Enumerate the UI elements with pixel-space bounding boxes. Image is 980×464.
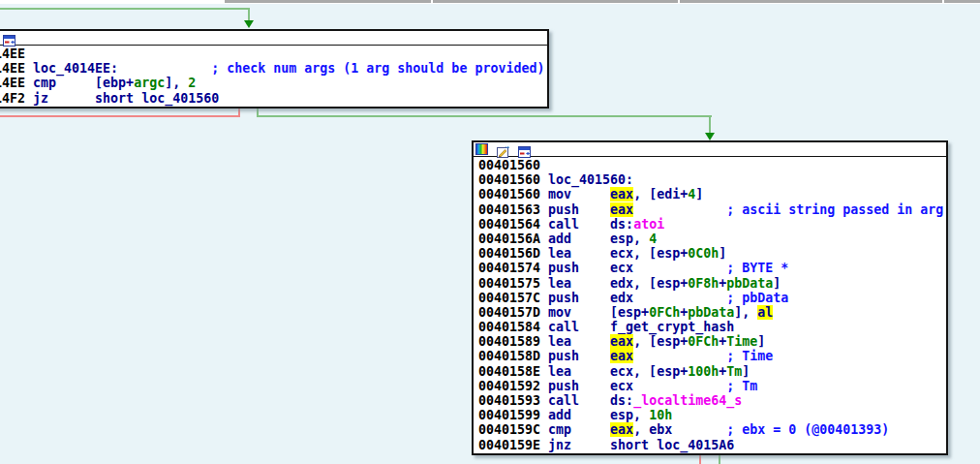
asm-line: 0040157D mov [esp+0FCh+pbData], al [478, 305, 946, 320]
asm-token [633, 379, 726, 393]
asm-token: 0040159C [478, 422, 540, 437]
asm-line: 00401560 [478, 158, 946, 172]
asm-token: 004014EE [0, 46, 25, 61]
asm-line: 00401589 lea eax, [esp+0FCh+Time] [478, 334, 946, 349]
asm-token: ; ebx = 0 (@00401393) [726, 422, 889, 437]
asm-line: 004014EE [0, 46, 547, 61]
edge-node1-red-h [0, 115, 240, 117]
asm-token: push ecx [540, 379, 633, 393]
asm-token: ; Time [726, 349, 773, 363]
edit-node-icon[interactable] [497, 143, 509, 155]
edge-node2-red-v [699, 455, 701, 464]
asm-token: 0040157D [478, 305, 540, 320]
highlighted-register: al [757, 305, 773, 320]
highlighted-register: eax [610, 349, 633, 363]
ida-graph-view: { "app": {"view": "disassembly-graph"}, … [0, 0, 980, 464]
node-code: 0040156000401560 loc_401560:00401560 mov… [474, 157, 946, 453]
asm-token [633, 261, 726, 275]
asm-token: cmp [ebp+ [25, 76, 134, 90]
asm-line: 0040158E lea ecx, [esp+100h+Tm] [478, 364, 946, 379]
asm-token: mov [esp+ [540, 305, 649, 320]
top-pane-edge [0, 0, 980, 4]
asm-token: pbData [726, 276, 773, 291]
asm-token: 00401575 [478, 276, 540, 291]
pane-edge-segment [225, 0, 980, 3]
asm-token: push ecx [540, 261, 633, 275]
asm-token: 004014EE [0, 76, 25, 90]
asm-token: 00401599 [478, 408, 540, 422]
asm-token: Tm [726, 364, 742, 379]
asm-token: + [719, 364, 726, 379]
asm-line: 004014F2 jz short loc_401560 [0, 91, 547, 106]
asm-token: 00401592 [478, 379, 540, 393]
asm-line: 0040159C cmp eax, ebx ; ebx = 0 (@004013… [478, 422, 946, 437]
asm-token: lea ecx, [esp+ [540, 364, 688, 379]
asm-token [118, 61, 211, 76]
asm-token: 0F8h [688, 276, 719, 291]
asm-token: call ds: [540, 393, 633, 408]
asm-token: 0FCh [649, 305, 680, 320]
graph-node-loc_401560[interactable]: 0040156000401560 loc_401560:00401560 mov… [472, 140, 948, 455]
asm-token: Time [726, 334, 757, 349]
asm-token: 00401574 [478, 261, 540, 275]
asm-token: jnz short loc_4015A6 [540, 438, 734, 452]
asm-token: argc [134, 76, 165, 90]
asm-token: mov [540, 187, 610, 201]
asm-line: 0040159E jnz short loc_4015A6 [478, 438, 946, 452]
asm-token: 0040158D [478, 349, 540, 363]
asm-token: ] [742, 364, 750, 379]
asm-token: 00401593 [478, 393, 540, 408]
asm-line: 0040157C push edx ; pbData [478, 291, 946, 305]
asm-token: push [540, 349, 610, 363]
asm-token: call ds: [540, 217, 633, 232]
asm-token: 004014F2 [0, 91, 25, 106]
asm-line: 004014EE loc_4014EE: ; check num args (1… [0, 61, 547, 76]
asm-line: 0040156D lea ecx, [esp+0C0h] [478, 246, 946, 261]
asm-token: cmp [540, 422, 610, 437]
graph-node-loc_4014EE[interactable]: 004014EE004014EE loc_4014EE: ; check num… [0, 29, 549, 108]
asm-token: 0FCh [688, 334, 719, 349]
asm-token: loc_401560: [540, 172, 633, 187]
asm-token [672, 422, 726, 437]
asm-token: ], [165, 76, 188, 90]
edge-node1-green-h [257, 115, 712, 117]
asm-token: ; check num args (1 arg should be provid… [211, 61, 544, 76]
edge-arrow-into-node1 [244, 20, 254, 28]
asm-token: 004014EE [0, 61, 25, 76]
edge-node2-green-v [719, 455, 720, 464]
asm-token: , ebx [633, 422, 672, 437]
asm-token: 00401560 [478, 158, 540, 172]
asm-token: 00401589 [478, 334, 540, 349]
highlighted-register: eax [610, 334, 633, 349]
asm-token: 0040157C [478, 291, 540, 305]
highlighted-register: eax [610, 422, 633, 437]
asm-line: 00401584 call f_get_crypt_hash [478, 320, 946, 334]
asm-token [633, 202, 726, 217]
asm-token: 100h [688, 364, 719, 379]
asm-line: 00401593 call ds:_localtime64_s [478, 393, 946, 408]
asm-token: lea edx, [esp+ [540, 276, 688, 291]
group-node-icon[interactable] [3, 32, 15, 44]
asm-token: lea ecx, [esp+ [540, 246, 688, 261]
asm-token: ] [773, 276, 781, 291]
edge-incoming-green-h [0, 8, 249, 10]
node-color-icon[interactable] [475, 143, 488, 155]
asm-token: 0040156A [478, 232, 540, 246]
asm-token: jz short loc_401560 [25, 91, 219, 106]
asm-token: 10h [649, 408, 672, 422]
asm-token: 0040156D [478, 246, 540, 261]
asm-token: ], [734, 305, 757, 320]
asm-token: 00401563 [478, 202, 540, 217]
asm-token: , [esp+ [633, 334, 688, 349]
node-title-bar [474, 142, 946, 157]
asm-token: ] [719, 246, 726, 261]
node-code: 004014EE004014EE loc_4014EE: ; check num… [0, 46, 547, 107]
highlighted-register: eax [610, 187, 633, 201]
group-node-icon[interactable] [518, 143, 531, 155]
asm-token: call f_get_crypt_hash [540, 320, 734, 334]
node-title-bar [0, 31, 547, 46]
asm-line: 00401599 add esp, 10h [478, 408, 946, 422]
edge-incoming-green-v [248, 8, 250, 20]
edge-arrow-into-node2 [705, 133, 715, 140]
asm-token: 0C0h [688, 246, 719, 261]
